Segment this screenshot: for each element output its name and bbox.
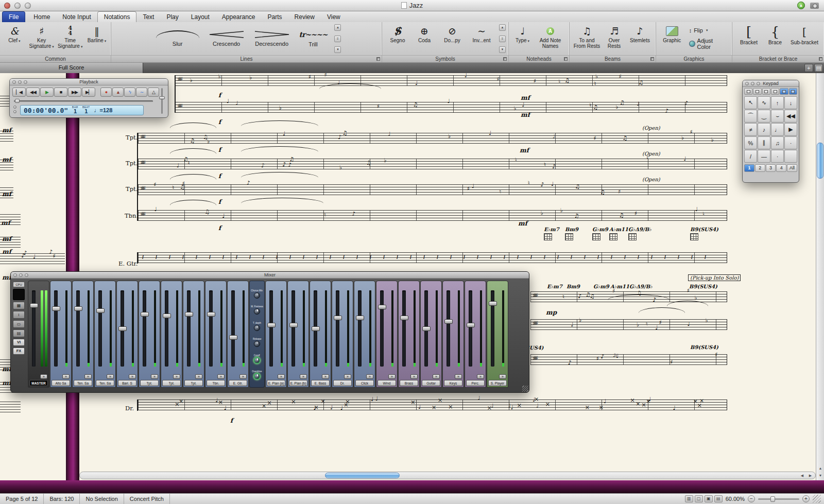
ribbon-tab-home[interactable]: Home	[27, 12, 56, 22]
gallery-expand-button[interactable]: ≡	[334, 36, 341, 42]
keypad-key-16[interactable]: ·	[784, 136, 797, 149]
fast-forward-button[interactable]: ▶▶	[68, 88, 81, 97]
param-knob[interactable]	[254, 292, 260, 299]
fader-handle[interactable]	[163, 314, 171, 318]
play-button[interactable]: ▶	[40, 88, 54, 97]
minimize-icon[interactable]	[18, 80, 22, 84]
param-knob[interactable]	[254, 357, 260, 363]
fader-handle[interactable]	[185, 312, 193, 317]
keypad-key-2[interactable]: ∿	[758, 96, 770, 109]
loop-toggle[interactable]	[13, 106, 16, 109]
channel-expand-button[interactable]: »	[217, 374, 225, 379]
keypad-key-8[interactable]: ◀◀	[784, 110, 797, 123]
ribbon-tab-play[interactable]: Play	[160, 12, 184, 22]
graphic-button[interactable]: Graphic	[658, 23, 686, 54]
ribbon-tab-note-input[interactable]: Note Input	[56, 12, 97, 22]
channel-expand-button[interactable]: »	[62, 374, 70, 379]
fader-handle[interactable]	[52, 306, 60, 311]
beams-over-rests-button[interactable]: ♬ Over Rests	[603, 23, 626, 54]
close-icon[interactable]	[12, 80, 16, 84]
cpu-button[interactable]: CPU	[13, 282, 25, 287]
add-note-names-button[interactable]: A Add Note Names	[535, 23, 566, 54]
channel-expand-button[interactable]: »	[322, 374, 329, 379]
stemlets-button[interactable]: ♪ Stemlets	[627, 23, 653, 54]
keypad-key-4[interactable]: ↓	[784, 96, 797, 109]
keypad-key-5[interactable]: ⁀	[744, 110, 757, 123]
keypad-page-2[interactable]: 2	[755, 164, 765, 172]
brace-button[interactable]: { Brace	[763, 23, 787, 54]
virtual-instruments-button[interactable]: VI	[13, 339, 25, 346]
cpu-meter-lcd[interactable]	[13, 289, 25, 300]
inverted-ornament-button[interactable]: ∼ Inv...ent	[467, 23, 496, 54]
channel-expand-button[interactable]: »	[40, 374, 47, 379]
fader-handle[interactable]	[378, 305, 386, 309]
fader-track[interactable]	[447, 290, 450, 367]
panorama-icon[interactable]: ▥	[685, 495, 693, 502]
fader-handle[interactable]	[400, 316, 408, 320]
metronome-button[interactable]: △	[148, 88, 159, 97]
fader-track[interactable]	[402, 290, 406, 367]
keypad-layout-tab-4[interactable]	[771, 88, 779, 95]
tempo-slider[interactable]	[161, 88, 163, 114]
channel-expand-button[interactable]: »	[344, 374, 351, 379]
fader-handle[interactable]	[467, 323, 475, 327]
clef-button[interactable]: & Clef▾	[2, 23, 27, 54]
channel-expand-button[interactable]: »	[410, 374, 418, 379]
keypad-key-20[interactable]	[784, 150, 797, 163]
meter-view-button[interactable]: ▦	[13, 302, 25, 309]
keypad-layout-tab-1[interactable]	[744, 88, 752, 95]
crescendo-button[interactable]: Crescendo	[204, 23, 249, 54]
ribbon-tab-review[interactable]: Review	[288, 12, 321, 22]
keypad-page-4[interactable]: 4	[776, 164, 786, 172]
keypad-key-12[interactable]: ▶	[784, 123, 797, 136]
monitor-button[interactable]: ▭	[13, 320, 25, 328]
keypad-page-all[interactable]: All	[787, 164, 797, 172]
tempo-slider-handle[interactable]	[159, 96, 165, 99]
keypad-key-14[interactable]: ∥	[758, 136, 770, 149]
keyboard-button[interactable]: ▤	[13, 329, 25, 337]
flexi-time-button[interactable]: ∼	[136, 88, 147, 97]
zoom-icon[interactable]	[757, 82, 760, 85]
keypad-layout-tab-6[interactable]	[789, 88, 797, 95]
horizontal-scroll-thumb[interactable]	[325, 473, 400, 478]
zoom-out-button[interactable]: −	[748, 495, 755, 502]
fader-track[interactable]	[187, 290, 191, 367]
scroll-down-button[interactable]: ▼	[334, 46, 341, 53]
live-tempo-button[interactable]: ϟ	[124, 88, 135, 97]
resize-grip[interactable]	[813, 495, 821, 503]
fader-handle[interactable]	[422, 326, 431, 331]
fader-track[interactable]	[98, 290, 102, 367]
keypad-key-15[interactable]: ♫	[771, 136, 784, 149]
fader-handle[interactable]	[489, 301, 497, 306]
vertical-scrollbar[interactable]: ▲ ▼	[816, 73, 824, 480]
vertical-scroll-thumb[interactable]	[817, 143, 823, 179]
fader-track[interactable]	[209, 290, 213, 367]
status-concert-pitch[interactable]: Concert Pitch	[124, 494, 170, 504]
keypad-key-3[interactable]: ↑	[771, 96, 784, 109]
zoom-icon[interactable]	[24, 80, 27, 84]
zoom-slider[interactable]	[758, 498, 799, 500]
stop-button[interactable]: ■	[54, 88, 67, 97]
camera-icon[interactable]	[810, 3, 819, 9]
dialog-launcher-icon[interactable]	[503, 57, 507, 61]
segno-button[interactable]: S Segno	[385, 23, 410, 54]
channel-expand-button[interactable]: »	[239, 374, 247, 379]
fader-handle[interactable]	[141, 312, 149, 317]
mixer-titlebar[interactable]: Mixer	[11, 272, 529, 279]
zoom-in-button[interactable]: +	[802, 495, 810, 502]
ribbon-tab-file[interactable]: File	[2, 11, 25, 22]
keypad-page-3[interactable]: 3	[766, 164, 776, 172]
param-knob[interactable]	[254, 373, 260, 379]
skip-to-start-button[interactable]: ▏◀	[12, 88, 26, 97]
keypad-key-13[interactable]: %	[744, 136, 757, 149]
flip-button[interactable]: ↕ Flip ▾	[687, 26, 730, 34]
keypad-key-17[interactable]: /	[744, 150, 757, 163]
click-track-button[interactable]: ▲	[112, 88, 124, 97]
scroll-right-button[interactable]: ▶	[806, 473, 814, 479]
param-knob[interactable]	[254, 325, 260, 331]
dialog-launcher-icon[interactable]	[376, 57, 380, 61]
scroll-down-button[interactable]: ▼	[499, 46, 506, 53]
horizontal-scrollbar[interactable]: ◀ ▶	[79, 472, 816, 479]
effects-button[interactable]: FX	[13, 347, 25, 355]
key-signature-button[interactable]: ♯ Key Signature▾	[28, 23, 56, 54]
